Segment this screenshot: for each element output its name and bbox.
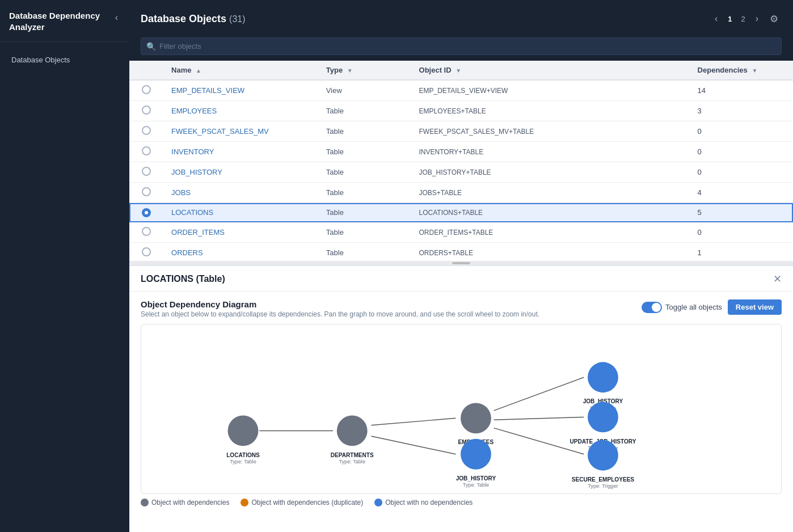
table-row[interactable]: EMPLOYEESTableEMPLOYEES+TABLE3 — [129, 101, 793, 121]
reset-view-button[interactable]: Reset view — [728, 299, 782, 315]
row-radio-cell[interactable] — [129, 121, 163, 142]
type-sort-icon: ▼ — [347, 67, 353, 74]
row-radio-cell[interactable] — [129, 222, 163, 243]
toggle-all-objects-wrap: Toggle all objects — [642, 302, 722, 313]
col-header-deps[interactable]: Dependencies ▼ — [690, 61, 793, 80]
topbar: Database Objects (31) ‹ 1 2 › ⚙ — [129, 0, 793, 37]
table-row[interactable]: FWEEK_PSCAT_SALES_MVTableFWEEK_PSCAT_SAL… — [129, 121, 793, 142]
objid-sort-icon: ▼ — [455, 67, 461, 74]
row-name-cell: ORDER_ITEMS — [163, 222, 318, 243]
row-radio-button[interactable] — [142, 208, 151, 217]
legend-item: Object with dependencies — [141, 499, 229, 506]
sidebar-header: Database Dependency Analyzer ‹ — [0, 0, 129, 42]
row-name-link[interactable]: JOB_HISTORY — [171, 168, 222, 176]
row-name-link[interactable]: ORDERS — [171, 248, 203, 257]
table-row[interactable]: LOCATIONSTableLOCATIONS+TABLE5 — [129, 203, 793, 222]
col-header-objid[interactable]: Object ID ▼ — [411, 61, 690, 80]
svg-text:LOCATIONS: LOCATIONS — [226, 452, 260, 458]
row-objid-cell: JOBS+TABLE — [411, 183, 690, 203]
svg-point-18 — [588, 362, 618, 392]
legend-dot-grey — [141, 499, 149, 506]
diagram-title-group: Object Dependency Diagram Select an obje… — [141, 299, 539, 318]
row-name-cell: JOBS — [163, 183, 318, 203]
toggle-all-objects-switch[interactable] — [642, 302, 662, 313]
table-row[interactable]: INVENTORYTableINVENTORY+TABLE0 — [129, 142, 793, 162]
topbar-controls: ‹ 1 2 › ⚙ — [711, 12, 782, 26]
prev-page-button[interactable]: ‹ — [711, 12, 721, 25]
row-type-cell: Table — [318, 183, 411, 203]
diagram-header: Object Dependency Diagram Select an obje… — [141, 292, 782, 320]
table-row[interactable]: EMP_DETAILS_VIEWViewEMP_DETAILS_VIEW+VIE… — [129, 80, 793, 101]
row-radio-button[interactable] — [142, 167, 151, 176]
sidebar-nav: Database Objects — [0, 42, 129, 78]
svg-line-2 — [371, 436, 455, 454]
row-name-link[interactable]: FWEEK_PSCAT_SALES_MV — [171, 127, 269, 136]
table-row[interactable]: JOB_HISTORYTableJOB_HISTORY+TABLE0 — [129, 162, 793, 183]
row-radio-button[interactable] — [142, 105, 151, 115]
topbar-title-group: Database Objects (31) — [141, 13, 246, 25]
row-objid-cell: EMP_DETAILS_VIEW+VIEW — [411, 80, 690, 101]
row-radio-cell[interactable] — [129, 80, 163, 101]
sidebar-collapse-button[interactable]: ‹ — [113, 11, 120, 24]
diagram-container: Object Dependency Diagram Select an obje… — [129, 292, 793, 532]
legend: Object with dependenciesObject with depe… — [141, 494, 782, 510]
table-row[interactable]: ORDERSTableORDERS+TABLE1 — [129, 243, 793, 261]
diagram-node-job-history-2[interactable]: JOB_HISTORYType: Table — [456, 439, 496, 488]
row-name-cell: EMP_DETAILS_VIEW — [163, 80, 318, 101]
diagram-node-locations[interactable]: LOCATIONSType: Table — [226, 416, 260, 465]
row-name-link[interactable]: LOCATIONS — [171, 208, 213, 217]
table-header-row: Name ▲ Type ▼ Object ID ▼ Dependencies ▼ — [129, 61, 793, 80]
row-radio-cell[interactable] — [129, 101, 163, 121]
row-name-cell: FWEEK_PSCAT_SALES_MV — [163, 121, 318, 142]
col-header-type[interactable]: Type ▼ — [318, 61, 411, 80]
diagram-svg: LOCATIONSType: TableDEPARTMENTSType: Tab… — [141, 324, 781, 493]
svg-point-21 — [588, 402, 618, 433]
row-name-link[interactable]: EMP_DETAILS_VIEW — [171, 86, 244, 95]
settings-button[interactable]: ⚙ — [766, 12, 782, 26]
row-name-link[interactable]: INVENTORY — [171, 147, 214, 156]
detail-title: LOCATIONS (Table) — [141, 274, 225, 284]
page-number-2[interactable]: 2 — [739, 15, 747, 23]
main-content: Database Objects (31) ‹ 1 2 › ⚙ 🔍 Name — [129, 0, 793, 532]
row-objid-cell: ORDER_ITEMS+TABLE — [411, 222, 690, 243]
name-sort-icon: ▲ — [196, 67, 201, 74]
svg-text:Type: Trigger: Type: Trigger — [588, 483, 618, 489]
detail-close-button[interactable]: ✕ — [773, 273, 782, 285]
row-radio-cell[interactable] — [129, 203, 163, 222]
row-radio-cell[interactable] — [129, 183, 163, 203]
table-row[interactable]: JOBSTableJOBS+TABLE4 — [129, 183, 793, 203]
row-radio-button[interactable] — [142, 85, 151, 94]
row-radio-button[interactable] — [142, 146, 151, 155]
row-radio-cell[interactable] — [129, 162, 163, 183]
svg-text:Type: Table: Type: Table — [230, 459, 256, 465]
row-name-link[interactable]: JOBS — [171, 188, 191, 197]
row-radio-button[interactable] — [142, 187, 151, 196]
search-input-wrap: 🔍 — [141, 37, 782, 55]
row-type-cell: Table — [318, 222, 411, 243]
col-header-name[interactable]: Name ▲ — [163, 61, 318, 80]
sidebar-item-database-objects[interactable]: Database Objects — [0, 51, 129, 69]
diagram-controls: Toggle all objects Reset view — [642, 299, 782, 315]
next-page-button[interactable]: › — [752, 12, 762, 25]
row-radio-button[interactable] — [142, 247, 151, 256]
row-objid-cell: FWEEK_PSCAT_SALES_MV+TABLE — [411, 121, 690, 142]
row-radio-button[interactable] — [142, 227, 151, 236]
svg-point-15 — [461, 439, 491, 470]
row-name-link[interactable]: ORDER_ITEMS — [171, 228, 225, 237]
panel-resizer[interactable] — [129, 261, 793, 265]
row-name-link[interactable]: EMPLOYEES — [171, 107, 217, 115]
diagram-node-secure-employees[interactable]: SECURE_EMPLOYEESType: Trigger — [572, 440, 635, 489]
diagram-node-departments[interactable]: DEPARTMENTSType: Table — [331, 416, 374, 465]
search-input[interactable] — [141, 37, 782, 55]
row-objid-cell: ORDERS+TABLE — [411, 243, 690, 261]
svg-text:Type: Table: Type: Table — [463, 482, 490, 488]
row-radio-button[interactable] — [142, 126, 151, 135]
sidebar: Database Dependency Analyzer ‹ Database … — [0, 0, 129, 532]
table-row[interactable]: ORDER_ITEMSTableORDER_ITEMS+TABLE0 — [129, 222, 793, 243]
row-deps-cell: 0 — [690, 222, 793, 243]
row-radio-cell[interactable] — [129, 243, 163, 261]
page-number-1[interactable]: 1 — [725, 15, 734, 23]
dependency-diagram[interactable]: LOCATIONSType: TableDEPARTMENTSType: Tab… — [141, 324, 782, 494]
table-body: EMP_DETAILS_VIEWViewEMP_DETAILS_VIEW+VIE… — [129, 80, 793, 261]
row-radio-cell[interactable] — [129, 142, 163, 162]
